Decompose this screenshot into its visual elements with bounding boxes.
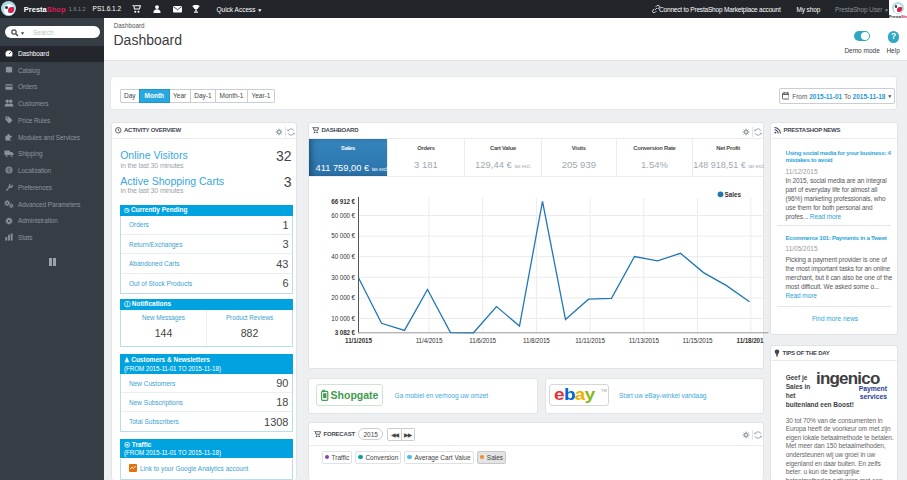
svg-text:30 000 €: 30 000 €: [331, 274, 355, 281]
svg-text:50 000 €: 50 000 €: [331, 232, 355, 239]
svg-text:66 912 €: 66 912 €: [331, 198, 355, 205]
svg-text:10 000 €: 10 000 €: [331, 315, 355, 322]
svg-text:40 000 €: 40 000 €: [331, 253, 355, 260]
svg-text:11/15/2015: 11/15/2015: [682, 337, 713, 344]
svg-text:11/4/2015: 11/4/2015: [416, 337, 443, 344]
svg-text:11/1/2015: 11/1/2015: [345, 337, 372, 344]
svg-text:Sales: Sales: [725, 191, 742, 198]
svg-text:20 000 €: 20 000 €: [331, 294, 355, 301]
svg-text:11/8/2015: 11/8/2015: [523, 337, 550, 344]
svg-text:11/18/201: 11/18/201: [737, 337, 764, 344]
svg-text:60 000 €: 60 000 €: [331, 212, 355, 219]
svg-text:11/6/2015: 11/6/2015: [469, 337, 496, 344]
svg-text:11/13/2015: 11/13/2015: [629, 337, 660, 344]
svg-text:3 082 €: 3 082 €: [335, 329, 356, 336]
svg-text:11/11/2015: 11/11/2015: [575, 337, 605, 344]
